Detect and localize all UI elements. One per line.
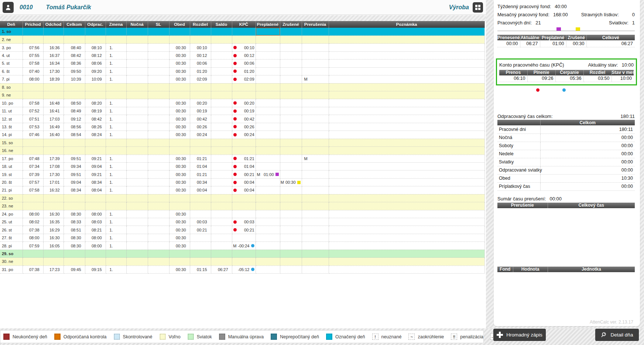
cell-obed[interactable] [169, 35, 190, 43]
cell-zrusene[interactable] [280, 115, 302, 123]
cell-celkom[interactable]: 08:50 [64, 99, 85, 107]
cell-nocna[interactable] [126, 194, 148, 202]
cell-prerusenia[interactable] [302, 186, 329, 194]
cell-den[interactable]: 7. pi [0, 75, 23, 83]
cell-kpc[interactable] [232, 234, 256, 241]
cell-celkom[interactable]: 08:49 [64, 107, 85, 115]
day-row[interactable]: 2. ne [0, 35, 484, 43]
cell-celkom[interactable]: 10:39 [64, 75, 85, 83]
cell-zmena[interactable] [106, 83, 126, 91]
cell-preplatene[interactable] [256, 218, 280, 226]
cell-sl[interactable] [148, 75, 169, 83]
day-row[interactable]: 26. st07:3816:2908:5108:211.00:3000:2100… [0, 226, 484, 234]
cell-rozdiel[interactable] [190, 147, 211, 155]
cell-kpc[interactable]: 00:04 [232, 186, 256, 194]
cell-zrusene[interactable] [280, 123, 302, 131]
cell-rozdiel[interactable] [190, 210, 211, 218]
cell-prerusenia[interactable] [302, 162, 329, 170]
cell-kpc[interactable]: -05:12 [232, 265, 256, 273]
day-row[interactable]: 29. so [0, 250, 484, 257]
cell-kpc[interactable]: 00:21 [232, 226, 256, 234]
cell-nocna[interactable] [126, 234, 148, 241]
cell-kpc[interactable]: 00:19 [232, 107, 256, 115]
cell-obed[interactable]: 00:30 [169, 155, 190, 162]
cell-zrusene[interactable] [280, 218, 302, 226]
cell-odchod[interactable]: 16:35 [43, 218, 64, 226]
cell-odchod[interactable]: 16:29 [43, 226, 64, 234]
cell-nocna[interactable] [126, 258, 148, 265]
day-row[interactable]: 25. ut08:0216:3508:3308:031.00:3000:0300… [0, 218, 484, 226]
cell-nocna[interactable] [126, 115, 148, 123]
cell-preplatene[interactable] [256, 178, 280, 186]
cell-prichod[interactable] [23, 91, 43, 99]
cell-sl[interactable] [148, 28, 169, 35]
cell-nocna[interactable] [126, 107, 148, 115]
cell-rozdiel[interactable]: 00:06 [190, 60, 211, 67]
cell-rozdiel[interactable]: 00:04 [190, 186, 211, 194]
cell-sl[interactable] [148, 242, 169, 250]
cell-saldo[interactable] [211, 35, 232, 43]
day-row[interactable]: 16. ne [0, 147, 484, 155]
cell-celkom[interactable] [64, 91, 85, 99]
cell-nocna[interactable] [126, 147, 148, 155]
cell-den[interactable]: 18. ut [0, 162, 23, 170]
cell-zmena[interactable] [106, 147, 126, 155]
cell-odchod[interactable] [43, 250, 64, 257]
cell-rozdiel[interactable]: 00:21 [190, 226, 211, 234]
cell-zrusene[interactable] [280, 242, 302, 250]
cell-zrusene[interactable] [280, 51, 302, 59]
cell-preplatene[interactable] [256, 115, 280, 123]
cell-prichod[interactable] [23, 139, 43, 146]
cell-odprac[interactable]: 08:00 [85, 242, 106, 250]
day-row[interactable]: 6. št07:4017:3009:5009:201.00:3001:2001:… [0, 67, 484, 75]
cell-odchod[interactable] [43, 83, 64, 91]
cell-odchod[interactable]: 17:01 [43, 178, 64, 186]
cell-poznamka[interactable] [329, 107, 484, 115]
cell-celkom[interactable] [64, 139, 85, 146]
cell-poznamka[interactable] [329, 186, 484, 194]
cell-zmena[interactable]: 1. [106, 51, 126, 59]
cell-zmena[interactable] [106, 139, 126, 146]
cell-den[interactable]: 13. št [0, 123, 23, 131]
cell-rozdiel[interactable]: 00:42 [190, 115, 211, 123]
cell-odprac[interactable] [85, 202, 106, 210]
cell-zrusene[interactable] [280, 67, 302, 75]
cell-preplatene[interactable] [256, 210, 280, 218]
cell-preplatene[interactable]: M01:00 [256, 170, 280, 178]
cell-odprac[interactable]: 08:00 [85, 234, 106, 241]
cell-preplatene[interactable] [256, 194, 280, 202]
cell-prerusenia[interactable] [302, 139, 329, 146]
cell-preplatene[interactable] [256, 60, 280, 67]
cell-saldo[interactable] [211, 178, 232, 186]
cell-zrusene[interactable] [280, 210, 302, 218]
cell-odprac[interactable]: 09:21 [85, 155, 106, 162]
cell-zrusene[interactable] [280, 83, 302, 91]
cell-saldo[interactable] [211, 226, 232, 234]
cell-den[interactable]: 10. po [0, 99, 23, 107]
cell-odchod[interactable] [43, 139, 64, 146]
cell-odprac[interactable]: 08:12 [85, 51, 106, 59]
cell-zrusene[interactable] [280, 35, 302, 43]
cell-zmena[interactable] [106, 194, 126, 202]
cell-zmena[interactable]: 1. [106, 44, 126, 51]
cell-den[interactable]: 17. po [0, 155, 23, 162]
cell-celkom[interactable] [64, 28, 85, 35]
cell-odprac[interactable]: 08:24 [85, 131, 106, 139]
cell-odchod[interactable]: 16:49 [43, 123, 64, 131]
cell-zrusene[interactable] [280, 250, 302, 257]
cell-celkom[interactable]: 09:45 [64, 265, 85, 273]
cell-saldo[interactable] [211, 99, 232, 107]
cell-nocna[interactable] [126, 83, 148, 91]
cell-saldo[interactable] [211, 210, 232, 218]
day-detail-button[interactable]: Detail dňa [595, 329, 639, 341]
cell-prerusenia[interactable] [302, 265, 329, 273]
cell-kpc[interactable]: 00:10 [232, 44, 256, 51]
cell-rozdiel[interactable]: 00:34 [190, 178, 211, 186]
cell-prerusenia[interactable] [302, 242, 329, 250]
cell-sl[interactable] [148, 155, 169, 162]
cell-preplatene[interactable] [256, 265, 280, 273]
cell-sl[interactable] [148, 194, 169, 202]
day-row[interactable]: 4. ut07:5516:3708:4208:121.00:3000:1200:… [0, 51, 484, 59]
cell-celkom[interactable]: 08:36 [64, 60, 85, 67]
cell-den[interactable]: 29. so [0, 250, 23, 257]
